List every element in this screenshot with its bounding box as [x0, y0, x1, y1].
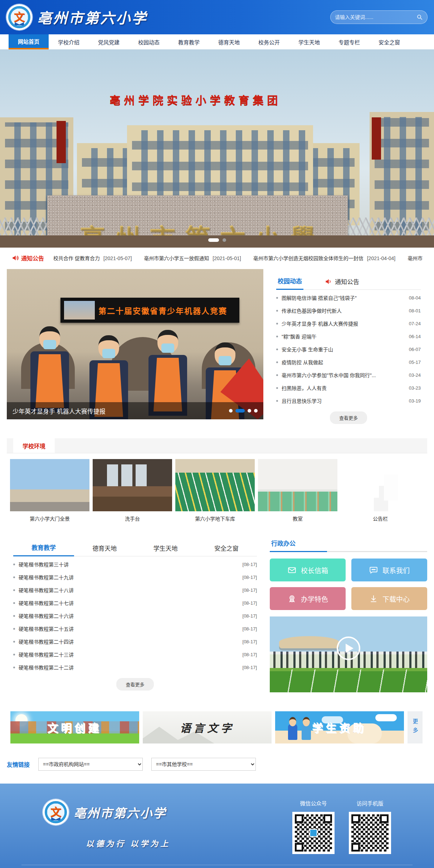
banner-student-aid[interactable]: 学生资助 — [275, 711, 404, 743]
article-item[interactable]: 硬笔楷书教程第二十五讲[08-17] — [13, 622, 257, 635]
tab-moral[interactable]: 德育天地 — [74, 541, 135, 556]
news-item[interactable]: 传承红色基因争做时代新人08-01 — [276, 304, 421, 317]
tab-teaching[interactable]: 教育教学 — [13, 541, 74, 556]
environment-title[interactable]: 学校环境 — [13, 438, 55, 453]
article-item[interactable]: 硬笔楷书教程第二十四讲[08-17] — [13, 635, 257, 648]
nav-item-school-affairs[interactable]: 校务公开 — [249, 34, 289, 49]
nav-item-party[interactable]: 党风党建 — [89, 34, 129, 49]
news-carousel[interactable]: 第二十届安徽省青少年机器人竞赛 少年英才显身手 机器人大赛传捷报 — [7, 269, 263, 419]
search-icon[interactable] — [416, 14, 423, 20]
news-item[interactable]: 亳州市第六小学参加"节水中国 你我同行"...03-24 — [276, 369, 421, 381]
environment-photo[interactable]: 洗手台 — [93, 459, 172, 523]
hero-dot-2[interactable] — [223, 238, 226, 242]
tab-notices[interactable]: 通知公告 — [323, 275, 361, 289]
admin-panel: 行政办公 校长信箱 联系我们 — [270, 536, 427, 692]
news-item[interactable]: 少年英才显身手 机器人大赛传捷报07-24 — [276, 317, 421, 330]
article-item[interactable]: 硬笔楷书教程第二十二讲[08-17] — [13, 661, 257, 674]
environment-photo[interactable]: 第六小学地下车库 — [175, 459, 255, 523]
article-item[interactable]: 硬笔楷书教程第二十九讲[08-17] — [13, 571, 257, 584]
carousel-dot-2[interactable] — [235, 409, 245, 413]
nav-item-teaching[interactable]: 教育教学 — [169, 34, 209, 49]
megaphone-icon — [325, 278, 332, 285]
photo-washstand[interactable] — [93, 459, 172, 511]
gov-sites-select[interactable]: ==市政府机构网站== — [38, 758, 143, 771]
friend-links-label: 友情链接 — [7, 760, 30, 769]
contact-us-button[interactable]: 联系我们 — [351, 559, 427, 581]
download-icon — [369, 594, 378, 603]
hero-banner: 亳州学院实验小学教育集团 亳州市第六小學 — [0, 49, 434, 248]
page: 文 亳州市第六小学 网站首页 学校介绍 党风党建 校园动态 教育教学 德育天地 … — [0, 0, 434, 868]
carousel-caption-bar: 少年英才显身手 机器人大赛传捷报 — [7, 402, 263, 419]
school-features-button[interactable]: 办学特色 — [270, 587, 346, 610]
articles-panel: 教育教学 德育天地 学生天地 安全之窗 硬笔楷书教程第三十讲[08-17] 硬笔… — [7, 536, 263, 697]
nav-item-safety[interactable]: 安全之窗 — [369, 34, 409, 49]
news-item[interactable]: 疫情防控 从我做起05-17 — [276, 356, 421, 369]
banner-language[interactable]: 语言文字 — [143, 711, 272, 743]
articles-more-button[interactable]: 查看更多 — [116, 678, 153, 691]
hero-red-sign-right — [372, 117, 381, 160]
news-item[interactable]: 安全无小事 生命重于山06-07 — [276, 343, 421, 356]
news-more-button[interactable]: 查看更多 — [330, 411, 367, 424]
photo-student — [28, 326, 71, 412]
footer: 文 亳州市第六小学 以德为行 以学为上 微信公众号 — [0, 784, 434, 868]
ticker-item[interactable]: 亳州市第六小学五一放假通知[2021-05-01] — [144, 254, 241, 262]
tab-safety[interactable]: 安全之窗 — [196, 541, 257, 556]
banner-civilization[interactable]: 文明创建 — [10, 711, 139, 743]
photo-bulletin-board[interactable] — [341, 459, 420, 511]
speech-bubble-icon — [369, 565, 378, 575]
article-item[interactable]: 硬笔楷书教程第三十讲[08-17] — [13, 558, 257, 571]
footer-school-name: 亳州市第六小学 — [74, 804, 166, 821]
article-item[interactable]: 硬笔楷书教程第二十三讲[08-17] — [13, 648, 257, 661]
photo-garage[interactable] — [175, 459, 255, 511]
other-schools-select[interactable]: ==市其他学校== — [151, 758, 256, 771]
footer-brand: 文 亳州市第六小学 以德为行 以学为上 — [43, 799, 170, 849]
download-center-button[interactable]: 下载中心 — [351, 587, 427, 610]
news-item[interactable]: "粽"飘香 迎端午06-14 — [276, 330, 421, 343]
news-item[interactable]: 且行且思快乐学习03-19 — [276, 394, 421, 407]
search-box[interactable] — [330, 10, 428, 24]
nav-item-students[interactable]: 学生天地 — [289, 34, 329, 49]
article-item[interactable]: 硬笔楷书教程第二十七讲[08-17] — [13, 596, 257, 609]
principal-mailbox-button[interactable]: 校长信箱 — [270, 559, 346, 581]
photo-classroom[interactable] — [258, 459, 337, 511]
footer-motto: 以德为行 以学为上 — [86, 837, 170, 849]
article-item[interactable]: 硬笔楷书教程第二十八讲[08-17] — [13, 584, 257, 596]
environment-photo[interactable]: 第六小学大门全景 — [10, 459, 89, 523]
carousel-caption[interactable]: 少年英才显身手 机器人大赛传捷报 — [13, 406, 106, 415]
wechat-qr-label: 微信公众号 — [292, 799, 335, 807]
news-item[interactable]: 扫黑除恶，人人有责03-23 — [276, 381, 421, 394]
environment-photo[interactable]: 公告栏 — [341, 459, 420, 523]
ticker-item[interactable]: 亳州市 — [408, 254, 423, 262]
carousel-dot-3[interactable] — [248, 409, 251, 413]
play-button-icon[interactable] — [337, 637, 360, 660]
qr-center-logo — [309, 829, 317, 837]
environment-header: 学校环境 — [7, 438, 427, 453]
photo-school-gate[interactable] — [10, 459, 89, 511]
hero-dot-1[interactable] — [208, 238, 219, 242]
school-logo-badge: 文 — [8, 6, 30, 28]
search-input[interactable] — [335, 14, 416, 20]
school-video-thumbnail[interactable] — [270, 616, 427, 692]
nav-item-moral[interactable]: 德育天地 — [209, 34, 249, 49]
logo-figure-icon: 文 — [50, 807, 61, 818]
banners-more-button[interactable]: 更多 — [408, 711, 423, 743]
cartoon-kid-icon — [302, 724, 311, 740]
hero-rooftop-sign: 亳州学院实验小学教育集团 — [0, 92, 391, 107]
carousel-dot-4[interactable] — [254, 409, 258, 413]
tab-campus-news[interactable]: 校园动态 — [276, 274, 303, 290]
hero-red-sign-left — [57, 121, 66, 163]
nav-item-school-intro[interactable]: 学校介绍 — [49, 34, 89, 49]
photo-led-image — [64, 301, 95, 320]
environment-photo[interactable]: 教室 — [258, 459, 337, 523]
article-item[interactable]: 硬笔楷书教程第二十六讲[08-17] — [13, 609, 257, 622]
news-list: 图解防电信诈骗 捂紧自己"钱袋子"08-04 传承红色基因争做时代新人08-01… — [276, 291, 421, 407]
ticker-item[interactable]: 校共合作 促教育合力[2021-05-07] — [53, 254, 132, 262]
carousel-dot-1[interactable] — [229, 409, 233, 413]
ticker-item[interactable]: 亳州市第六小学创造无烟校园致全体师生的一封信[2021-04-04] — [253, 254, 395, 262]
admin-title-underline — [270, 551, 427, 552]
nav-item-topics[interactable]: 专题专栏 — [329, 34, 369, 49]
nav-item-campus-news[interactable]: 校园动态 — [129, 34, 169, 49]
nav-item-home[interactable]: 网站首页 — [9, 34, 49, 49]
tab-students[interactable]: 学生天地 — [135, 541, 196, 556]
news-item[interactable]: 图解防电信诈骗 捂紧自己"钱袋子"08-04 — [276, 291, 421, 304]
